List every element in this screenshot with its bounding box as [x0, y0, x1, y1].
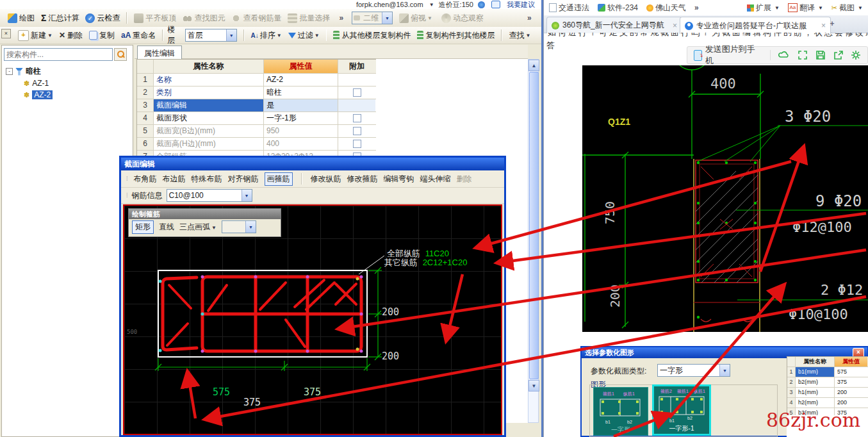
dialog-titlebar[interactable]: 截面编辑 [121, 158, 504, 170]
align-slab-button[interactable]: 平齐板顶 [131, 12, 179, 25]
tool-special-bars[interactable]: 特殊布筋 [192, 174, 222, 185]
property-row[interactable]: 2 类别 暗柱 [137, 87, 377, 99]
look-down-button[interactable]: 俯视▼ [397, 12, 435, 25]
view-rebar-button[interactable]: 查看钢筋量 [229, 12, 284, 25]
tool-end-extend[interactable]: 端头伸缩 [420, 174, 451, 185]
tool-edit-longitudinal[interactable]: 修改纵筋 [311, 174, 341, 185]
extra-checkbox[interactable] [353, 140, 361, 148]
scroll-thumb[interactable] [529, 72, 539, 379]
tab-close-icon[interactable]: × [673, 21, 677, 30]
arc-tool-button[interactable]: 三点画弧▼ [179, 222, 217, 233]
new-button[interactable]: + 新建▼ [15, 29, 55, 42]
translate-menu[interactable]: Aa 翻译▼ [788, 3, 823, 13]
tool-edge-bars[interactable]: 布边筋 [163, 174, 186, 185]
tool-edit-stirrup[interactable]: 修改箍筋 [347, 174, 378, 185]
rebar-info-combo[interactable]: C10@100▼ [167, 189, 252, 202]
toolbar-overflow2-icon[interactable]: » [527, 13, 532, 22]
col-header-value[interactable]: 属性值 [264, 60, 338, 73]
tab-properties[interactable]: 属性编辑 [137, 45, 182, 59]
tab-close-icon[interactable]: × [821, 21, 826, 30]
send-to-phone-button[interactable]: ↴ 发送图片到手机 [694, 44, 762, 67]
param-row[interactable]: 1 b1(mm) 575 [787, 367, 868, 377]
new-tab-button[interactable]: + [826, 19, 839, 30]
param-row[interactable]: 2 b2(mm) 375 [787, 377, 868, 388]
fullscreen-icon[interactable] [798, 50, 808, 60]
tab-qa-platform-active[interactable]: 专业造价问题答疑平台-广联达服 × [680, 17, 831, 34]
batch-select-button[interactable]: 批量选择 [285, 12, 332, 25]
capture-menu[interactable]: ✂ 截图▼ [831, 3, 863, 13]
summary-button[interactable]: Σ 汇总计算 [38, 12, 81, 25]
suggest-link[interactable]: 我要建议 [507, 0, 535, 10]
orbit-button[interactable]: 动态观察 [439, 12, 486, 25]
tool-delete[interactable]: 删除 [457, 174, 472, 185]
property-row-selected[interactable]: 3 截面编辑 是 [137, 99, 377, 112]
tree-item-az1[interactable]: ✽ AZ-1 [24, 79, 49, 88]
scroll-up-icon[interactable]: ▲ [528, 60, 539, 71]
dim-375a: 375 [243, 397, 261, 408]
draw-button[interactable]: 绘图 [5, 12, 37, 25]
save-icon[interactable] [815, 50, 826, 60]
toolbar-overflow-icon[interactable]: » [339, 13, 343, 22]
extra-checkbox[interactable] [353, 127, 361, 135]
view-mode-combo[interactable]: 二维▼ [352, 12, 393, 24]
param-type-combo[interactable]: 一字形▼ [657, 364, 730, 377]
rect-tool-button[interactable]: 矩形 [132, 220, 154, 234]
stirrup-12-label: Φ12@100 [792, 219, 852, 235]
chat-icon[interactable] [491, 1, 500, 8]
copy-from-floor-button[interactable]: 从其他楼层复制构件 [331, 29, 413, 42]
delete-button[interactable]: ✕ 删除 [56, 29, 85, 42]
param-row[interactable]: 4 h2(mm) 200 [787, 398, 868, 408]
account-caret-icon[interactable]: ▼ [429, 2, 434, 8]
tab-360-nav[interactable]: 360导航_新一代安全上网导航 × [546, 17, 682, 33]
bell-icon[interactable] [478, 1, 485, 8]
tree-root-label[interactable]: 暗柱 [26, 66, 41, 77]
tool-align-bars[interactable]: 对齐钢筋 [228, 174, 259, 185]
stirrup-cage[interactable] [163, 277, 361, 351]
shape-thumb-yizixing[interactable]: 箍筋1 纵筋1 b1 b2 一字形 [593, 387, 648, 436]
search-icon[interactable] [114, 48, 127, 61]
vertical-scrollbar[interactable]: ▲ ▼ [528, 59, 539, 423]
gear-icon[interactable] [851, 50, 861, 60]
bookmark-weather[interactable]: 佛山天气 [646, 3, 686, 13]
property-row[interactable]: 4 截面形状 一字-1形 [137, 112, 377, 125]
floor-combo[interactable]: 首层▼ [185, 29, 237, 42]
tool-draw-stirrup[interactable]: 画箍筋 [265, 172, 293, 186]
param-row[interactable]: 3 h1(mm) 200 [787, 388, 868, 398]
cad-drawing[interactable]: 400 Q1Z1 750 200 [582, 65, 868, 332]
cloud-icon[interactable] [778, 50, 790, 60]
sort-button[interactable]: A↓ 排序▼ [249, 29, 284, 42]
property-row[interactable]: 6 截面高(H边)(mm) 400 [137, 138, 377, 151]
line-tool-button[interactable]: 直线 [159, 222, 174, 233]
filter-button[interactable]: 过滤▼ [286, 29, 322, 42]
tool-edit-hook[interactable]: 编辑弯钩 [384, 174, 414, 185]
panel-titlebar[interactable]: 绘制箍筋 [129, 209, 281, 219]
bookmark-software[interactable]: 软件-234 [598, 3, 638, 13]
copy-to-floor-button[interactable]: 复制构件到其他楼层 [414, 29, 497, 42]
tool-corner-bars[interactable]: 布角筋 [134, 174, 157, 185]
disabled-combo[interactable]: ▼ [222, 220, 256, 233]
section-canvas[interactable]: 300 500 [123, 204, 502, 435]
find-element-button[interactable]: 查找图元 [180, 12, 227, 25]
rename-button[interactable]: aA 重命名 [119, 29, 158, 42]
account-email[interactable]: forpk.chen@163.com [356, 1, 423, 8]
bookmarks-bar: 交通违法 软件-234 佛山天气 » 扩展▼ Aa 翻译▼ ✂ 截图▼ [544, 0, 868, 15]
col-header-name[interactable]: 属性名称 [154, 60, 264, 73]
extra-checkbox[interactable] [353, 88, 361, 97]
property-row[interactable]: 1 名称 AZ-2 [137, 74, 377, 87]
find-button[interactable]: 查找▼ [506, 29, 533, 42]
search-input[interactable] [4, 48, 113, 61]
bookmark-traffic[interactable]: 交通违法 [549, 3, 589, 13]
property-row[interactable]: 5 截面宽(B边)(mm) 950 [137, 125, 377, 138]
share-icon[interactable] [833, 50, 844, 60]
scroll-down-icon[interactable]: ▼ [528, 380, 539, 392]
panel-close-button[interactable]: × [1, 29, 11, 38]
extra-checkbox[interactable] [353, 114, 361, 122]
cloud-check-button[interactable]: ✓ 云检查 [83, 12, 122, 25]
tree-item-az2[interactable]: ✽ AZ-2 [24, 90, 53, 99]
tree-expand-icon[interactable]: - [6, 68, 13, 75]
bookmarks-overflow-icon[interactable]: » [694, 3, 699, 12]
copy-button[interactable]: 复制 [86, 29, 117, 42]
shape-thumb-yizixing-1-selected[interactable]: 箍筋2 箍筋1 纵筋1 b1 b2 一字形-1 [652, 384, 711, 436]
tree-root-row[interactable]: - 暗柱 [6, 66, 41, 77]
extensions-menu[interactable]: 扩展▼ [747, 3, 780, 13]
